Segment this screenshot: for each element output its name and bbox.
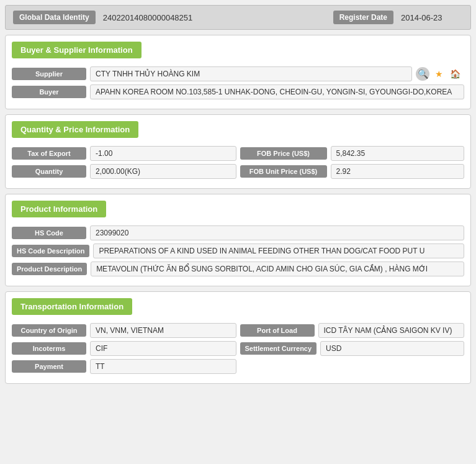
gdi-value: 24022014080000048251: [103, 13, 326, 22]
buyer-row: Buyer APAHN KOREA ROOM NO.103,585-1 UNHA…: [12, 84, 464, 99]
incoterms-col: Incoterms CIF: [12, 341, 236, 356]
hs-code-value: 23099020: [90, 225, 464, 240]
hs-desc-label: HS Code Description: [12, 245, 89, 257]
country-port-row: Country of Origin VN, VNM, VIETNAM Port …: [12, 323, 464, 338]
payment-value: TT: [90, 359, 236, 374]
buyer-label: Buyer: [12, 86, 86, 98]
fob-unit-value: 2.92: [331, 164, 465, 179]
global-data-bar: Global Data Identity 2402201408000004825…: [5, 5, 471, 30]
quantity-label: Quantity: [12, 165, 86, 178]
fob-unit-col: FOB Unit Price (US$) 2.92: [240, 164, 465, 179]
transportation-section: Transportation Information Country of Or…: [5, 291, 471, 384]
supplier-value: CTY TNHH THỦY HOÀNG KIM: [90, 66, 412, 81]
country-col: Country of Origin VN, VNM, VIETNAM: [12, 323, 236, 338]
hs-code-row: HS Code 23099020: [12, 225, 464, 240]
fob-price-col: FOB Price (US$) 5,842.35: [240, 146, 465, 161]
buyer-supplier-section: Buyer & Supplier Information Supplier CT…: [5, 35, 471, 109]
register-date-value: 2014-06-23: [401, 13, 463, 22]
payment-label: Payment: [12, 360, 86, 373]
supplier-icons: 🔍 ★ 🏠: [416, 67, 462, 81]
supplier-row: Supplier CTY TNHH THỦY HOÀNG KIM 🔍 ★ 🏠: [12, 66, 464, 81]
product-header: Product Information: [12, 201, 106, 217]
prod-desc-value: METAVOLIN (THỨC ĂN BỔ SUNG SORBITOL, ACI…: [91, 262, 464, 276]
hs-desc-row: HS Code Description PREPARATIONS OF A KI…: [12, 243, 464, 258]
payment-col: Payment TT: [12, 359, 236, 374]
tax-fob-price-row: Tax of Export -1.00 FOB Price (US$) 5,84…: [12, 146, 464, 161]
incoterms-settlement-row: Incoterms CIF Settlement Currency USD: [12, 341, 464, 356]
buyer-supplier-header: Buyer & Supplier Information: [12, 42, 141, 58]
fob-price-label: FOB Price (US$): [240, 147, 327, 160]
quantity-col: Quantity 2,000.00(KG): [12, 164, 236, 179]
gdi-label: Global Data Identity: [13, 11, 96, 24]
fob-unit-label: FOB Unit Price (US$): [240, 165, 327, 178]
register-date-label: Register Date: [333, 11, 393, 24]
quantity-price-section: Quantity & Price Information Tax of Expo…: [5, 114, 471, 189]
prod-desc-row: Product Description METAVOLIN (THỨC ĂN B…: [12, 262, 464, 276]
supplier-label: Supplier: [12, 68, 86, 80]
fob-price-value: 5,842.35: [331, 146, 465, 161]
tax-label: Tax of Export: [12, 147, 86, 160]
transportation-header: Transportation Information: [12, 298, 132, 315]
buyer-value: APAHN KOREA ROOM NO.103,585-1 UNHAK-DONG…: [90, 84, 464, 99]
quantity-value: 2,000.00(KG): [90, 164, 236, 179]
port-col: Port of Load ICD TÂY NAM (CẢNG SAIGON KV…: [240, 323, 465, 338]
incoterms-label: Incoterms: [12, 342, 86, 355]
payment-row: Payment TT: [12, 359, 464, 374]
hs-code-label: HS Code: [12, 227, 86, 239]
settlement-value: USD: [320, 341, 464, 356]
tax-value: -1.00: [90, 146, 236, 161]
quantity-price-header: Quantity & Price Information: [12, 121, 138, 138]
quantity-fob-unit-row: Quantity 2,000.00(KG) FOB Unit Price (US…: [12, 164, 464, 179]
incoterms-value: CIF: [90, 341, 236, 356]
settlement-label: Settlement Currency: [240, 342, 317, 355]
settlement-col: Settlement Currency USD: [240, 341, 465, 356]
home-icon[interactable]: 🏠: [448, 67, 462, 81]
star-icon[interactable]: ★: [432, 67, 446, 81]
port-value: ICD TÂY NAM (CẢNG SAIGON KV IV): [318, 323, 465, 338]
hs-desc-value: PREPARATIONS OF A KIND USED IN ANIMAL FE…: [93, 243, 464, 258]
country-value: VN, VNM, VIETNAM: [90, 323, 236, 338]
prod-desc-label: Product Description: [12, 263, 87, 275]
port-label: Port of Load: [240, 324, 315, 337]
search-icon[interactable]: 🔍: [416, 67, 429, 81]
country-label: Country of Origin: [12, 324, 86, 337]
tax-col: Tax of Export -1.00: [12, 146, 236, 161]
product-section: Product Information HS Code 23099020 HS …: [5, 194, 471, 286]
